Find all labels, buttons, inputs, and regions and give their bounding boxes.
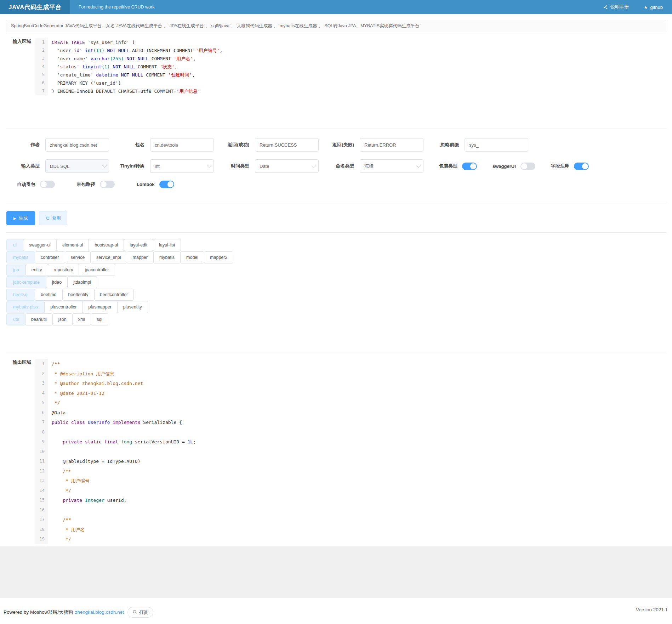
line-number: 2 <box>35 46 48 55</box>
tab-beetlcontroller[interactable]: beetlcontroller <box>94 289 134 301</box>
tab-beanutil[interactable]: beanutil <box>25 313 53 325</box>
donate-button[interactable]: 打赏 <box>127 607 153 618</box>
java-output-editor[interactable]: 1/**2 * @description 用户信息3 * @author zhe… <box>35 359 665 544</box>
output-area-label: 输出区域 <box>0 359 31 365</box>
tab-model[interactable]: model <box>180 251 204 263</box>
tab-group-jdbc-template[interactable]: jdbc-template <box>6 276 46 288</box>
copy-button[interactable]: 复制 <box>39 211 67 225</box>
tab-service[interactable]: service <box>65 251 91 263</box>
tab-layui-list[interactable]: layui-list <box>153 239 181 251</box>
code-text: 'status' tinyint(1) NOT NULL COMMENT '状态… <box>48 63 177 71</box>
tab-mapper2[interactable]: mapper2 <box>204 251 233 263</box>
return-error-input[interactable] <box>360 138 423 152</box>
auto-import-toggle[interactable] <box>40 181 55 188</box>
lombok-toggle-group: Lombok <box>137 181 174 188</box>
time-type-group: 时间类型 Date <box>215 159 319 173</box>
tinyint-label: TinyInt转换 <box>110 163 144 169</box>
wrapper-type-toggle[interactable] <box>462 163 477 170</box>
tab-mybatis[interactable]: mybatis <box>153 251 181 263</box>
tab-group-util[interactable]: util <box>6 313 25 325</box>
return-success-input[interactable] <box>255 138 319 152</box>
code-line: 19 */ <box>35 534 665 544</box>
tab-entity[interactable]: entity <box>25 264 48 276</box>
tab-beetlentity[interactable]: beetlentity <box>62 289 95 301</box>
tab-group-mybatis-plus[interactable]: mybatis-plus <box>6 301 45 313</box>
tab-xml[interactable]: xml <box>72 313 91 325</box>
tab-row: mybatiscontrollerserviceservice_implmapp… <box>6 251 672 263</box>
input-type-value: DDL SQL <box>50 164 102 169</box>
toggle-knob <box>101 181 107 187</box>
sql-input-editor[interactable]: 1CREATE TABLE 'sys_user_info' (2 'user_i… <box>35 38 665 95</box>
tab-controller[interactable]: controller <box>35 251 65 263</box>
field-comment-toggle[interactable] <box>574 163 589 170</box>
tab-plusentity[interactable]: plusentity <box>117 301 148 313</box>
tab-plusmapper[interactable]: plusmapper <box>82 301 118 313</box>
code-text: * @description 用户信息 <box>48 369 114 379</box>
code-line: 17 /** <box>35 515 665 525</box>
generate-button[interactable]: ▶ 生成 <box>6 211 35 225</box>
tab-repository[interactable]: repository <box>48 264 79 276</box>
tab-service_impl[interactable]: service_impl <box>90 251 127 263</box>
app-subtitle: For reducing the repetitive CRUD work <box>79 5 155 10</box>
tab-jpacontroller[interactable]: jpacontroller <box>79 264 115 276</box>
line-number: 12 <box>35 466 48 476</box>
tab-group-beetlsql[interactable]: beetlsql <box>6 289 35 301</box>
naming-type-value: 驼峰 <box>364 163 416 169</box>
code-line: 7) ENGINE=InnoDB DEFAULT CHARSET=utf8 CO… <box>35 87 665 95</box>
package-label: 包名 <box>110 142 144 148</box>
line-number: 11 <box>35 456 48 466</box>
tab-swagger-ui[interactable]: swagger-ui <box>23 239 57 251</box>
code-line: 11 @TableId(type = IdType.AUTO) <box>35 456 665 466</box>
tab-row: mybatis-pluspluscontrollerplusmapperplus… <box>6 301 672 313</box>
author-input[interactable] <box>45 138 109 152</box>
tab-element-ui[interactable]: element-ui <box>56 239 89 251</box>
footer-spacer <box>0 546 672 598</box>
tab-group-jpa[interactable]: jpa <box>6 264 26 276</box>
code-text: * 用户编号 <box>48 476 90 486</box>
code-line: 2 'user_id' int(11) NOT NULL AUTO_INCREM… <box>35 46 665 55</box>
code-line: 4 * @date 2021-01-12 <box>35 388 665 398</box>
package-input[interactable] <box>150 138 214 152</box>
footer: Powered by Moshow郑锴/大狼狗 zhengkai.blog.cs… <box>0 598 672 618</box>
tab-json[interactable]: json <box>52 313 73 325</box>
package-path-toggle[interactable] <box>100 181 115 188</box>
tab-mapper[interactable]: mapper <box>127 251 154 263</box>
tab-row: uiswagger-uielement-uibootstrap-uilayui-… <box>6 239 672 251</box>
tab-bootstrap-ui[interactable]: bootstrap-ui <box>89 239 124 251</box>
swagger-toggle[interactable] <box>520 163 535 170</box>
tab-sql[interactable]: sql <box>91 313 108 325</box>
manual-link[interactable]: 说明手册 <box>603 4 629 10</box>
lombok-toggle[interactable] <box>159 181 174 188</box>
code-text <box>48 447 52 457</box>
tab-layui-edit[interactable]: layui-edit <box>124 239 153 251</box>
blog-link[interactable]: zhengkai.blog.csdn.net <box>75 609 124 615</box>
input-type-group: 输入类型 DDL SQL <box>6 159 109 173</box>
line-number: 1 <box>35 359 48 369</box>
line-number: 8 <box>35 427 48 437</box>
tab-row: jpaentityrepositoryjpacontroller <box>6 264 672 276</box>
time-type-select[interactable]: Date <box>255 159 319 173</box>
tab-jtdao[interactable]: jtdao <box>46 276 68 288</box>
line-number: 2 <box>35 369 48 379</box>
code-text: CREATE TABLE 'sys_user_info' ( <box>48 38 135 46</box>
tab-group-mybatis[interactable]: mybatis <box>6 251 35 263</box>
tab-pluscontroller[interactable]: pluscontroller <box>44 301 82 313</box>
ignore-prefix-input[interactable] <box>465 138 528 152</box>
author-field-group: 作者 <box>6 138 109 152</box>
naming-type-select[interactable]: 驼峰 <box>360 159 423 173</box>
code-line: 3 'user_name' varchar(255) NOT NULL COMM… <box>35 55 665 63</box>
line-number: 15 <box>35 495 48 505</box>
tab-beetlmd[interactable]: beetlmd <box>35 289 62 301</box>
code-text: private Integer userId; <box>48 495 126 505</box>
code-line: 13 * 用户编号 <box>35 476 665 486</box>
ignore-prefix-field-group: 忽略前缀 <box>425 138 528 152</box>
tinyint-select[interactable]: int <box>150 159 214 173</box>
input-type-select[interactable]: DDL SQL <box>45 159 109 173</box>
lombok-label: Lombok <box>137 182 155 187</box>
github-link[interactable]: ★ github <box>644 5 663 10</box>
share-icon <box>603 5 608 10</box>
package-path-toggle-group: 带包路径 <box>77 181 115 188</box>
code-line: 5 'create_time' datetime NOT NULL COMMEN… <box>35 71 665 79</box>
tab-jtdaoimpl[interactable]: jtdaoimpl <box>67 276 97 288</box>
tab-group-ui[interactable]: ui <box>6 239 23 251</box>
